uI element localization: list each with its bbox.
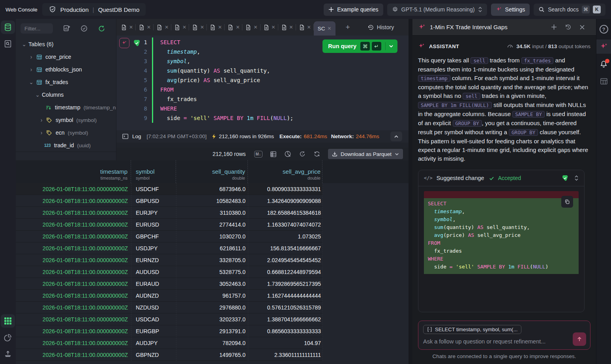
new-chat-button[interactable] [551, 24, 557, 30]
chat-footer-note: Chats are connected to a single query to… [418, 350, 590, 360]
example-queries-button[interactable]: Example queries [324, 4, 383, 16]
query-success-icon[interactable] [133, 39, 141, 47]
notifications-button[interactable] [596, 57, 611, 71]
refresh-timer-icon[interactable] [299, 150, 306, 158]
editor-tab[interactable]: ✕ [261, 19, 278, 36]
table-row[interactable]: 2026-01-08T18:11:00.000000000ZAUDNZD9617… [16, 290, 322, 302]
log-collapse-button[interactable] [390, 131, 402, 141]
editor-tab[interactable]: ✕ [207, 19, 225, 36]
grid-col-sell-quantity[interactable]: sell_quantity double [176, 160, 248, 183]
editor-tab[interactable]: ✕ [136, 19, 154, 36]
copy-code-button[interactable] [561, 196, 573, 208]
new-tab-button[interactable]: + [346, 23, 350, 32]
table-row[interactable]: 2026-01-08T18:11:00.000000000ZUSDJPY6218… [16, 242, 322, 254]
close-tab-icon[interactable]: ✕ [129, 24, 133, 30]
refresh-data-icon[interactable] [313, 150, 320, 158]
tree-columns-folder[interactable]: ⌄ Columns [16, 88, 116, 101]
grid-col-sell-avg-price[interactable]: sell_avg_price double [248, 160, 322, 183]
editor-tab[interactable]: ✕ [171, 19, 189, 36]
editor-tab[interactable]: ✕ [296, 19, 314, 36]
tree-table-fx-trades[interactable]: ⌄ fx_trades [16, 76, 116, 88]
table-row[interactable]: 2026-01-08T18:11:00.000000000ZUSDCHF6873… [16, 183, 322, 195]
freeze-column-icon[interactable] [270, 151, 277, 158]
grid-view-button[interactable] [1, 314, 15, 328]
close-tab-icon[interactable]: ✕ [289, 24, 293, 30]
table-row[interactable]: 2026-01-08T18:11:00.000000000ZAUDUSD5328… [16, 266, 322, 278]
close-tab-icon[interactable]: ✕ [147, 24, 151, 30]
chart-view-button[interactable] [1, 331, 15, 344]
table-row[interactable]: 2026-01-08T18:11:00.000000000ZEURGBP2913… [16, 325, 322, 337]
tables-nav-button[interactable] [1, 21, 15, 34]
close-chat-button[interactable] [579, 24, 585, 30]
tree-column-ecn[interactable]: › ecn (symbol) [16, 126, 116, 139]
tree-table-ethblocks-json[interactable]: › ethblocks_json [16, 63, 116, 76]
editor-tab[interactable]: ✕ [154, 19, 171, 36]
model-selector[interactable]: GPT-5.1 (Medium Reasoning) [387, 4, 487, 16]
grid-col-symbol[interactable]: symbol symbol [131, 160, 176, 183]
results-grid[interactable]: timestamp timestamp_ns symbol symbol sel… [16, 160, 409, 364]
markdown-export-icon[interactable]: M↓ [254, 151, 262, 158]
file-icon [228, 24, 233, 30]
expand-chevrons-icon[interactable] [574, 175, 579, 181]
table-row[interactable]: 2026-01-08T18:11:00.000000000ZGBPNZD1499… [16, 349, 322, 361]
close-tab-icon[interactable]: ✕ [165, 24, 169, 30]
vertical-splitter[interactable] [409, 19, 412, 364]
chart-builder-icon[interactable] [284, 150, 291, 158]
table-row[interactable]: 2026-01-08T18:11:00.000000000ZNZDUSD2976… [16, 302, 322, 313]
history-button[interactable]: History [367, 24, 394, 31]
send-button[interactable] [573, 332, 586, 346]
close-tab-icon[interactable]: ✕ [307, 24, 311, 30]
close-tab-icon[interactable]: ✕ [218, 24, 222, 30]
editor-line: 8WHERE [116, 104, 409, 113]
close-tab-icon[interactable]: ✕ [236, 24, 240, 30]
table-row[interactable]: 2026-01-08T18:11:00.000000000ZEURUSD2774… [16, 219, 322, 231]
filter-input[interactable] [21, 23, 53, 34]
close-tab-icon[interactable]: ✕ [182, 24, 186, 30]
table-row[interactable]: 2026-01-08T18:11:00.000000000ZEURAUD3052… [16, 278, 322, 290]
table-row[interactable]: 2026-01-08T18:11:00.000000000ZEURJPY3110… [16, 207, 322, 219]
editor-tab-active[interactable]: SC✕ [314, 21, 335, 36]
refresh-icon[interactable] [98, 25, 105, 32]
search-docs[interactable]: Search docs ⌘ K [534, 4, 605, 16]
chat-history-button[interactable] [565, 24, 572, 30]
tree-column-trade-id[interactable]: 123 trade_id (uuid) [16, 139, 116, 152]
query-log-nav-button[interactable] [1, 37, 15, 51]
sql-editor[interactable]: 1SELECT2 timestamp,3 symbol,4 sum(quanti… [116, 36, 409, 130]
table-row[interactable]: 2026-01-08T18:11:00.000000000ZEURNZD3328… [16, 254, 322, 266]
editor-tab[interactable]: ✕ [278, 19, 296, 36]
check-circle-icon[interactable] [81, 25, 88, 32]
settings-button[interactable]: Settings [491, 4, 530, 16]
add-matview-icon[interactable] [63, 25, 70, 32]
table-row[interactable]: 2026-01-08T18:11:00.000000000ZGBPCHF1030… [16, 231, 322, 242]
table-row[interactable]: 2026-01-08T18:11:00.000000000ZAUDJPY7820… [16, 337, 322, 349]
ai-panel-button[interactable] [596, 39, 611, 54]
close-tab-icon[interactable]: ✕ [272, 24, 276, 30]
help-button[interactable]: ? [596, 22, 611, 36]
ai-assist-icon[interactable] [119, 38, 129, 48]
editor-tab[interactable]: ✕ [225, 19, 242, 36]
chevron-down-icon: ⌄ [36, 92, 39, 98]
editor-tab[interactable]: ✕ [242, 19, 260, 36]
environment-badge[interactable]: Production | QuestDB Demo [42, 3, 146, 16]
grid-col-timestamp[interactable]: timestamp timestamp_ns [16, 160, 131, 183]
run-options-chevron-icon[interactable] [389, 44, 394, 49]
run-query-button[interactable]: Run query ⌘ ↵ [322, 39, 397, 53]
chat-input-box[interactable]: SELECT timestamp, symbol, sum(... Ask a … [418, 321, 590, 350]
table-panel-button[interactable] [596, 74, 611, 88]
close-tab-icon[interactable]: ✕ [327, 26, 331, 31]
horizontal-splitter[interactable] [116, 143, 409, 148]
query-context-chip[interactable]: SELECT timestamp, symbol, sum(... [423, 325, 521, 334]
close-tab-icon[interactable]: ✕ [253, 24, 257, 30]
table-row[interactable]: 2026-01-08T18:11:00.000000000ZUSDCAD3202… [16, 313, 322, 325]
tree-root-tables[interactable]: ⌄ Tables (6) [16, 38, 116, 51]
tree-column-symbol[interactable]: › symbol (symbol) [16, 114, 116, 126]
import-button[interactable] [1, 347, 15, 361]
editor-tab[interactable]: ✕ [118, 19, 136, 36]
tree-column-timestamp[interactable]: timestamp (timestamp_ns) [16, 101, 116, 114]
tree-table-core-price[interactable]: › core_price [16, 51, 116, 63]
close-tab-icon[interactable]: ✕ [200, 24, 204, 30]
table-row[interactable]: 2026-01-08T18:11:00.000000000ZGBPUSD1058… [16, 195, 322, 207]
download-parquet-button[interactable]: Download as Parquet [328, 149, 403, 159]
download-options-chevron-icon[interactable] [395, 152, 399, 156]
editor-tab[interactable]: ✕ [189, 19, 207, 36]
